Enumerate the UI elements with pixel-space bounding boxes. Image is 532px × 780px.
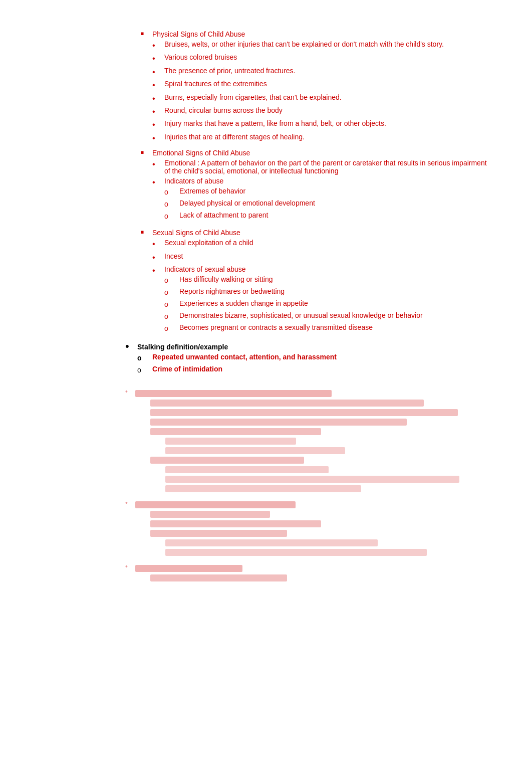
top-list: ▪ Physical Signs of Child Abuse • Bruise… <box>140 30 492 338</box>
bullet2-6: • <box>152 119 161 130</box>
physical-item-0: • Bruises, welts, or other injuries that… <box>152 40 492 51</box>
bullet2-2: • <box>152 67 161 78</box>
bullet2-emotional-1: • <box>152 177 161 188</box>
stalking-sub-list: o Repeated unwanted contact, attention, … <box>137 353 492 375</box>
physical-item-1: • Various colored bruises <box>152 53 492 64</box>
emotional-indicator-text-2: Lack of attachment to parent <box>179 211 492 219</box>
emotional-signs-item: ▪ Emotional Signs of Child Abuse • Emoti… <box>140 149 492 226</box>
emotional-list: • Emotional : A pattern of behavior on t… <box>152 159 492 224</box>
sexual-indicators-list: o Has difficulty walking or sitting o Re… <box>164 275 492 334</box>
emotional-content: Emotional Signs of Child Abuse • Emotion… <box>152 149 492 226</box>
sexual-indicator-0: o Has difficulty walking or sitting <box>164 275 492 286</box>
sexual-list: • Sexual exploitation of a child • Inces… <box>152 239 492 336</box>
bullet2-7: • <box>152 133 161 144</box>
emotional-indicator-2: o Lack of attachment to parent <box>164 211 492 222</box>
stalking-item: • Stalking definition/example o Repeated… <box>125 343 492 377</box>
sexual-signs-item: ▪ Sexual Signs of Child Abuse • Sexual e… <box>140 229 492 338</box>
physical-item-text-5: Round, circular burns across the body <box>164 106 492 114</box>
sexual-indicators-content: Indicators of sexual abuse o Has difficu… <box>164 265 492 336</box>
physical-item-5: • Round, circular burns across the body <box>152 106 492 117</box>
bullet2-0: • <box>152 40 161 51</box>
stalking-section: • Stalking definition/example o Repeated… <box>100 343 492 377</box>
stalking-list: • Stalking definition/example o Repeated… <box>125 343 492 377</box>
bullet3-sx-2: o <box>164 299 176 310</box>
stalking-title: Stalking definition/example <box>137 343 228 351</box>
emotional-indicator-0: o Extremes of behavior <box>164 187 492 198</box>
stalking-sub-1: o Crime of intimidation <box>137 365 492 375</box>
sexual-indicator-text-1: Reports nightmares or bedwetting <box>179 287 492 295</box>
bullet3-stalk-1: o <box>137 365 149 375</box>
physical-item-text-7: Injuries that are at different stages of… <box>164 133 492 141</box>
sexual-item-0: • Sexual exploitation of a child <box>152 239 492 250</box>
physical-item-7: • Injuries that are at different stages … <box>152 133 492 144</box>
emotional-indicators-list: o Extremes of behavior o Delayed physica… <box>164 187 492 222</box>
sexual-indicator-1: o Reports nightmares or bedwetting <box>164 287 492 298</box>
bullet2-5: • <box>152 106 161 117</box>
emotional-indicators-item: • Indicators of abuse o Extremes of beha… <box>152 177 492 224</box>
sexual-item-1: • Incest <box>152 252 492 263</box>
sexual-content: Sexual Signs of Child Abuse • Sexual exp… <box>152 229 492 338</box>
bullet3-em-0: o <box>164 187 176 198</box>
sexual-indicator-text-4: Becomes pregnant or contracts a sexually… <box>179 323 492 331</box>
stalking-content: Stalking definition/example o Repeated u… <box>137 343 492 377</box>
physical-item-text-4: Burns, especially from cigarettes, that … <box>164 93 492 101</box>
sexual-indicators-item: • Indicators of sexual abuse o Has diffi… <box>152 265 492 336</box>
bullet-physical: ▪ <box>140 28 149 39</box>
bullet2-sexual-2: • <box>152 265 161 276</box>
physical-item-text-2: The presence of prior, untreated fractur… <box>164 67 492 75</box>
physical-item-3: • Spiral fractures of the extremities <box>152 80 492 91</box>
stalking-sub-text-0: Repeated unwanted contact, attention, an… <box>152 353 492 361</box>
top-section: ▪ Physical Signs of Child Abuse • Bruise… <box>100 30 492 338</box>
physical-item-text-3: Spiral fractures of the extremities <box>164 80 492 88</box>
physical-item-2: • The presence of prior, untreated fract… <box>152 67 492 78</box>
sexual-item-text-1: Incest <box>164 252 492 260</box>
sexual-indicator-text-2: Experiences a sudden change in appetite <box>179 299 492 307</box>
bullet3-em-1: o <box>164 199 176 210</box>
physical-item-6: • Injury marks that have a pattern, like… <box>152 119 492 130</box>
bullet-emotional: ▪ <box>140 147 149 158</box>
bullet-stalking: • <box>125 341 134 352</box>
sexual-indicator-text-3: Demonstrates bizarre, sophisticated, or … <box>179 311 492 319</box>
emotional-indicators-title: Indicators of abuse <box>164 177 223 185</box>
sexual-indicators-title: Indicators of sexual abuse <box>164 265 246 273</box>
emotional-intro-item: • Emotional : A pattern of behavior on t… <box>152 159 492 175</box>
bullet3-sx-4: o <box>164 323 176 334</box>
stalking-sub-text-1: Crime of intimidation <box>152 365 492 373</box>
bullet3-em-2: o <box>164 211 176 222</box>
physical-list: • Bruises, welts, or other injuries that… <box>152 40 492 144</box>
stalking-sub-0: o Repeated unwanted contact, attention, … <box>137 353 492 363</box>
physical-item-text-0: Bruises, welts, or other injuries that c… <box>164 40 492 48</box>
emotional-intro-text: Emotional : A pattern of behavior on the… <box>164 159 492 175</box>
physical-item-4: • Burns, especially from cigarettes, tha… <box>152 93 492 104</box>
bullet3-sx-3: o <box>164 311 176 322</box>
sexual-item-text-0: Sexual exploitation of a child <box>164 239 492 247</box>
bullet-sexual: ▪ <box>140 227 149 238</box>
bullet2-1: • <box>152 53 161 64</box>
physical-signs-item: ▪ Physical Signs of Child Abuse • Bruise… <box>140 30 492 146</box>
physical-item-text-1: Various colored bruises <box>164 53 492 61</box>
emotional-indicators-content: Indicators of abuse o Extremes of behavi… <box>164 177 492 224</box>
emotional-indicator-1: o Delayed physical or emotional developm… <box>164 199 492 210</box>
bullet2-sexual-0: • <box>152 239 161 250</box>
physical-content: Physical Signs of Child Abuse • Bruises,… <box>152 30 492 146</box>
physical-title: Physical Signs of Child Abuse <box>152 30 245 38</box>
sexual-indicator-4: o Becomes pregnant or contracts a sexual… <box>164 323 492 334</box>
emotional-indicator-text-0: Extremes of behavior <box>179 187 492 195</box>
physical-item-text-6: Injury marks that have a pattern, like f… <box>164 119 492 127</box>
bullet3-sx-1: o <box>164 287 176 298</box>
sexual-indicator-text-0: Has difficulty walking or sitting <box>179 275 492 283</box>
bullet3-sx-0: o <box>164 275 176 286</box>
bullet2-sexual-1: • <box>152 252 161 263</box>
blurred-section-1: • <box>100 387 492 584</box>
bullet2-3: • <box>152 80 161 91</box>
sexual-title: Sexual Signs of Child Abuse <box>152 229 240 237</box>
sexual-indicator-3: o Demonstrates bizarre, sophisticated, o… <box>164 311 492 322</box>
bullet3-stalk-0: o <box>137 353 149 363</box>
emotional-title: Emotional Signs of Child Abuse <box>152 149 250 157</box>
sexual-indicator-2: o Experiences a sudden change in appetit… <box>164 299 492 310</box>
bullet2-4: • <box>152 93 161 104</box>
emotional-indicator-text-1: Delayed physical or emotional developmen… <box>179 199 492 207</box>
bullet2-emotional-0: • <box>152 159 161 170</box>
main-content: ▪ Physical Signs of Child Abuse • Bruise… <box>100 30 492 584</box>
